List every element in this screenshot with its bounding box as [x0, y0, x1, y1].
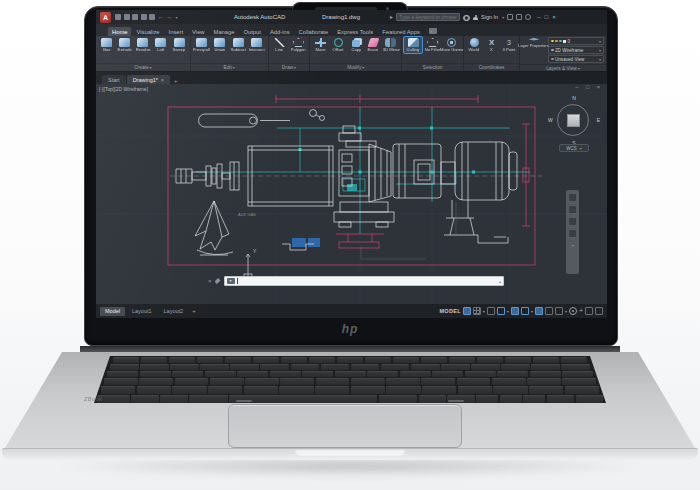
visual-style-select[interactable]: 2D Wireframe ▾ — [548, 46, 604, 54]
pan-icon[interactable] — [569, 206, 576, 213]
health-alert-icon[interactable] — [516, 14, 522, 20]
tab-view[interactable]: View — [188, 27, 208, 36]
ucs-3point-button[interactable]: 33 Point — [501, 37, 517, 53]
revolve-button[interactable]: Revolve — [134, 37, 151, 53]
box-button[interactable]: Box — [98, 37, 115, 53]
chevron-down-icon[interactable]: ▾ — [507, 309, 509, 314]
save-icon[interactable] — [132, 14, 138, 20]
qat-dropdown-icon[interactable] — [175, 14, 178, 20]
snap-mode-icon[interactable] — [463, 307, 471, 315]
tab-collaborate[interactable]: Collaborate — [295, 27, 333, 36]
autocad-logo-icon[interactable]: A — [100, 12, 111, 23]
tab-home[interactable]: Home — [108, 27, 131, 36]
ribbon-display-toggle-icon[interactable] — [429, 28, 437, 34]
wcs-dropdown[interactable]: WCS — [559, 144, 589, 152]
chevron-down-icon[interactable]: ▾ — [565, 309, 567, 314]
polar-tracking-icon[interactable] — [497, 307, 505, 315]
panel-label-selection[interactable]: Selection — [402, 63, 463, 71]
panel-label-coordinates[interactable]: Coordinates — [464, 63, 519, 71]
compass-east-label[interactable]: E — [597, 117, 600, 123]
viewport-controls-label[interactable]: [-][Top][2D Wireframe] — [99, 86, 148, 92]
compass-west-label[interactable]: W — [548, 117, 553, 123]
mirror-3d-button[interactable]: 3D Mirror — [383, 37, 400, 53]
search-box[interactable] — [396, 13, 460, 21]
extrude-button[interactable]: Extrude — [116, 37, 133, 53]
open-file-icon[interactable] — [124, 14, 130, 20]
panel-label-edit[interactable]: Edit — [191, 63, 268, 71]
file-tab-start[interactable]: Start — [102, 75, 126, 84]
viewcube-top-face[interactable] — [567, 114, 580, 127]
viewcube[interactable]: N S W E WCS — [554, 94, 594, 152]
chevron-down-icon[interactable]: ▾ — [531, 309, 533, 314]
panel-label-layers-view[interactable]: Layers & View — [520, 64, 606, 72]
drawing-window-controls[interactable]: – □ × — [575, 84, 603, 90]
grid-display-icon[interactable] — [473, 307, 481, 315]
isolate-objects-icon[interactable] — [585, 307, 593, 315]
maximize-button[interactable]: □ — [545, 14, 549, 20]
annotation-scale-icon[interactable] — [555, 307, 563, 315]
search-history-icon[interactable]: ▸ — [390, 14, 393, 20]
command-input[interactable]: ▾ ▴ — [224, 276, 504, 286]
intersect-button[interactable]: Intersect — [248, 37, 265, 53]
file-tab-drawing1[interactable]: Drawing1* × — [127, 75, 170, 84]
clean-screen-icon[interactable] — [595, 307, 603, 315]
copy-button[interactable]: Copy — [348, 37, 365, 53]
tab-express-tools[interactable]: Express Tools — [333, 27, 377, 36]
workspace-gear-icon[interactable] — [569, 307, 577, 315]
panel-label-draw[interactable]: Draw — [269, 63, 310, 71]
close-tab-icon[interactable]: × — [161, 77, 164, 83]
line-button[interactable]: Line — [271, 37, 289, 53]
layer-select[interactable]: 0 ▾ — [548, 37, 604, 45]
zoom-icon[interactable] — [569, 218, 576, 225]
compass-north-label[interactable]: N — [554, 95, 594, 101]
user-icon[interactable] — [473, 15, 478, 20]
culling-button[interactable]: Culling — [404, 37, 422, 53]
navigation-bar[interactable] — [566, 190, 579, 274]
tab-output[interactable]: Output — [240, 27, 265, 36]
search-icon[interactable] — [463, 15, 470, 20]
panel-label-modify[interactable]: Modify — [310, 63, 401, 71]
move-gizmo-button[interactable]: Move Gizmo — [443, 37, 461, 53]
undo-icon[interactable]: ← — [158, 14, 164, 20]
app-store-icon[interactable] — [507, 14, 513, 20]
search-input[interactable] — [399, 14, 457, 20]
offset-button[interactable]: Offset — [330, 37, 347, 53]
union-button[interactable]: Union — [211, 37, 228, 53]
customize-wrench-icon[interactable] — [215, 278, 221, 284]
close-button[interactable]: × — [552, 14, 556, 20]
tab-featured-apps[interactable]: Featured Apps — [378, 27, 424, 36]
object-snap-icon[interactable] — [511, 307, 519, 315]
new-layout-button[interactable]: + — [190, 308, 198, 314]
model-tab[interactable]: Model — [100, 307, 125, 316]
loft-button[interactable]: Loft — [152, 37, 169, 53]
full-navigation-wheel-icon[interactable] — [569, 194, 576, 201]
panel-label-create[interactable]: Create — [96, 63, 190, 71]
help-icon[interactable] — [525, 14, 531, 20]
tab-visualize[interactable]: Visualize — [132, 27, 163, 36]
orbit-icon[interactable] — [569, 230, 576, 237]
minimize-button[interactable]: – — [537, 14, 540, 20]
tab-addins[interactable]: Add-ins — [266, 27, 294, 36]
plot-icon[interactable] — [149, 14, 155, 20]
customization-plus-icon[interactable]: + — [579, 307, 583, 315]
tab-insert[interactable]: Insert — [165, 27, 188, 36]
move-button[interactable]: Move — [312, 37, 329, 53]
tab-manage[interactable]: Manage — [210, 27, 239, 36]
layout1-tab[interactable]: Layout1 — [127, 307, 157, 316]
polygon-button[interactable]: Polygon — [289, 37, 307, 53]
navbar-more-icon[interactable] — [571, 242, 574, 248]
view-select[interactable]: Unsaved View ▾ — [548, 55, 604, 63]
model-space-viewport[interactable]: Y X AUX GAS [-][Top][2D Wireframe] – □ ×… — [96, 84, 607, 304]
expand-history-icon[interactable]: ▴ — [499, 279, 501, 284]
autoscale-icon[interactable] — [545, 307, 553, 315]
sweep-button[interactable]: Sweep — [171, 37, 188, 53]
layer-properties-button[interactable]: Layer Properties — [522, 37, 546, 63]
annotation-visibility-icon[interactable] — [535, 307, 543, 315]
chevron-down-icon[interactable]: ▾ — [483, 309, 485, 314]
model-space-indicator[interactable]: MODEL — [439, 308, 460, 314]
sign-in-dropdown-icon[interactable] — [501, 14, 504, 20]
world-ucs-button[interactable]: World — [466, 37, 482, 53]
sign-in-button[interactable]: Sign In — [481, 14, 498, 20]
close-command-icon[interactable]: × — [208, 278, 212, 284]
erase-button[interactable]: Erase — [365, 37, 382, 53]
